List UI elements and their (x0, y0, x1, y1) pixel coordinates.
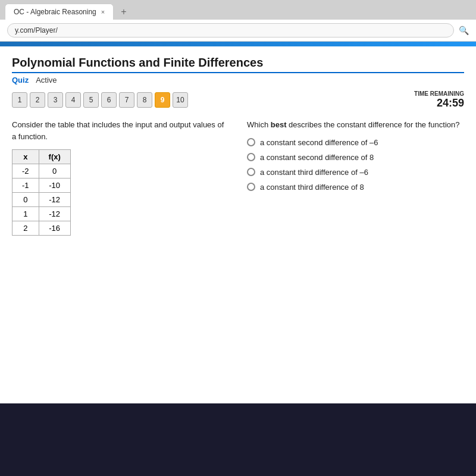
question-nav-btn-9[interactable]: 9 (155, 92, 170, 108)
search-icon: 🔍 (459, 26, 469, 35)
table-cell-0-0: -2 (12, 164, 39, 178)
radio-label-2: a constant third difference of –6 (260, 168, 368, 177)
question-nav-btn-10[interactable]: 10 (173, 92, 188, 108)
left-question-text: Consider the table that includes the inp… (12, 119, 229, 142)
radio-options: a constant second difference of –6a cons… (247, 138, 464, 192)
active-label: Active (36, 76, 57, 84)
question-nav-btn-3[interactable]: 3 (48, 92, 63, 108)
question-numbers: 12345678910 (12, 92, 188, 108)
time-remaining-value: 24:59 (414, 97, 464, 109)
table-row: 1-12 (12, 207, 71, 221)
page-title: Polynomial Functions and Finite Differen… (12, 56, 464, 70)
right-panel: Which best describes the constant differ… (247, 119, 464, 236)
radio-label-3: a constant third difference of 8 (260, 183, 364, 192)
radio-label-0: a constant second difference of –6 (260, 138, 378, 147)
question-nav-btn-1[interactable]: 1 (12, 92, 27, 108)
radio-circle-0 (247, 138, 255, 146)
right-question-text: Which best describes the constant differ… (247, 119, 464, 131)
radio-circle-2 (247, 168, 255, 176)
tab-label: OC - Algebraic Reasoning (14, 8, 96, 16)
table-cell-0-1: 0 (39, 164, 70, 178)
question-area: Consider the table that includes the inp… (12, 119, 464, 236)
blue-banner (0, 42, 476, 46)
time-remaining-block: TIME REMAINING 24:59 (414, 90, 464, 109)
question-nav-btn-7[interactable]: 7 (119, 92, 134, 108)
time-remaining-label: TIME REMAINING (414, 90, 464, 97)
table-cell-1-1: -10 (39, 178, 70, 193)
main-content: Polynomial Functions and Finite Differen… (0, 46, 476, 403)
quiz-status-bar: Quiz Active (12, 76, 464, 84)
question-nav-btn-6[interactable]: 6 (101, 92, 117, 108)
table-cell-2-1: -12 (39, 193, 70, 207)
question-nav-btn-5[interactable]: 5 (83, 92, 99, 108)
data-table: x f(x) -20-1-100-121-122-16 (12, 149, 71, 236)
radio-option-1[interactable]: a constant second difference of 8 (247, 153, 464, 162)
table-cell-4-0: 2 (12, 221, 39, 236)
tab-close-button[interactable]: × (101, 8, 105, 15)
question-nav-btn-2[interactable]: 2 (30, 92, 45, 108)
radio-option-3[interactable]: a constant third difference of 8 (247, 183, 464, 192)
radio-option-0[interactable]: a constant second difference of –6 (247, 138, 464, 147)
right-text-bold: best (271, 120, 287, 129)
left-panel: Consider the table that includes the inp… (12, 119, 229, 236)
right-text-part2: describes the constant difference for th… (286, 120, 459, 129)
question-nav-btn-4[interactable]: 4 (65, 92, 81, 108)
table-cell-3-0: 1 (12, 207, 39, 221)
table-row: 0-12 (12, 193, 71, 207)
table-cell-4-1: -16 (39, 221, 70, 236)
address-bar: 🔍 (0, 20, 476, 42)
radio-circle-3 (247, 183, 255, 191)
radio-label-1: a constant second difference of 8 (260, 153, 374, 162)
tab-bar: OC - Algebraic Reasoning × + (0, 0, 476, 20)
table-row: -20 (12, 164, 71, 178)
active-tab[interactable]: OC - Algebraic Reasoning × (5, 4, 114, 20)
table-cell-2-0: 0 (12, 193, 39, 207)
table-cell-3-1: -12 (39, 207, 70, 221)
question-nav-btn-8[interactable]: 8 (137, 92, 152, 108)
browser-chrome: OC - Algebraic Reasoning × + 🔍 (0, 0, 476, 42)
table-header-x: x (12, 150, 39, 164)
quiz-label: Quiz (12, 76, 29, 84)
address-input[interactable] (7, 23, 454, 37)
table-cell-1-0: -1 (12, 178, 39, 193)
radio-circle-1 (247, 153, 255, 161)
table-row: -1-10 (12, 178, 71, 193)
radio-option-2[interactable]: a constant third difference of –6 (247, 168, 464, 177)
new-tab-button[interactable]: + (116, 4, 131, 20)
nav-questions-row: 12345678910 TIME REMAINING 24:59 (12, 90, 464, 109)
right-text-part1: Which (247, 120, 271, 129)
table-header-fx: f(x) (39, 150, 70, 164)
table-row: 2-16 (12, 221, 71, 236)
divider-line (12, 72, 464, 73)
